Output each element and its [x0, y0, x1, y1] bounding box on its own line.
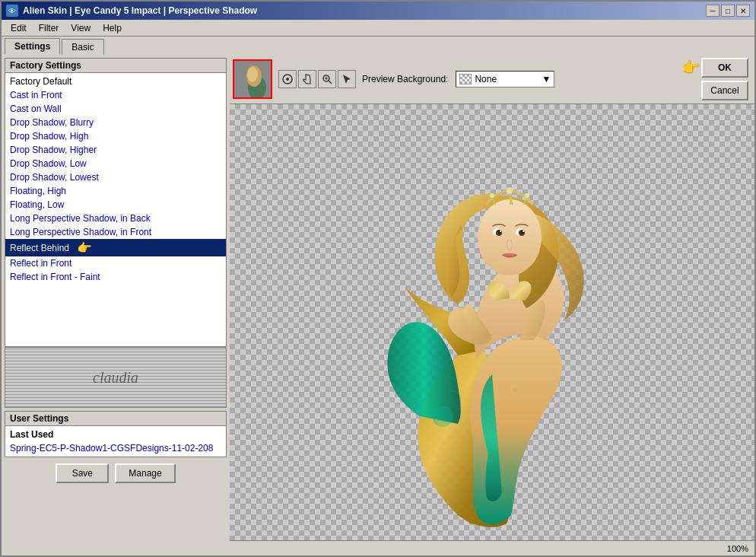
title-bar-buttons: ─ □ ✕: [706, 5, 750, 17]
maximize-button[interactable]: □: [721, 5, 735, 17]
factory-settings-section: Factory Settings Factory Default Cast in…: [5, 58, 227, 347]
title-bar: 👁 Alien Skin | Eye Candy 5 Impact | Pers…: [2, 2, 754, 20]
dropdown-arrow-icon: ▼: [542, 74, 551, 84]
tabs-bar: Settings Basic: [2, 37, 754, 55]
window-title: Alien Skin | Eye Candy 5 Impact | Perspe…: [23, 5, 257, 16]
select-tool-button[interactable]: [338, 70, 356, 88]
save-button[interactable]: Save: [56, 463, 109, 483]
canvas-area[interactable]: [230, 104, 754, 540]
list-item-drop-shadow-blurry[interactable]: Drop Shadow, Blurry: [5, 116, 226, 129]
right-panel: Preview Background: None ▼ 👉OK Cancel: [230, 55, 754, 555]
tab-basic[interactable]: Basic: [62, 39, 103, 55]
user-settings-header: User Settings: [5, 412, 226, 426]
bg-selector: Preview Background: None ▼: [362, 71, 554, 88]
mermaid-artwork: [321, 119, 716, 540]
svg-point-26: [490, 193, 494, 198]
none-checker-icon: [459, 74, 472, 84]
preview-header: Preview Background: None ▼ 👉OK Cancel: [230, 55, 754, 104]
title-bar-left: 👁 Alien Skin | Eye Candy 5 Impact | Pers…: [6, 5, 257, 17]
svg-point-24: [523, 231, 524, 232]
svg-line-7: [329, 81, 332, 84]
reflect-behind-label: Reflect Behind: [10, 243, 69, 253]
list-item-drop-shadow-high[interactable]: Drop Shadow, High: [5, 129, 226, 143]
list-item-long-perspective-front[interactable]: Long Perspective Shadow, in Front: [5, 225, 226, 239]
svg-point-23: [500, 231, 501, 232]
preview-bg-value: None: [475, 74, 497, 84]
ok-button[interactable]: 👉OK: [701, 58, 748, 78]
manage-button[interactable]: Manage: [115, 463, 175, 483]
last-used-value: Spring-EC5-P-Shadow1-CGSFDesigns-11-02-2…: [10, 443, 221, 454]
list-item-reflect-in-front-faint[interactable]: Reflect in Front - Faint: [5, 270, 226, 284]
menu-edit[interactable]: Edit: [5, 21, 33, 35]
svg-point-3: [247, 67, 258, 82]
svg-point-27: [525, 193, 529, 198]
user-settings-content: Last Used Spring-EC5-P-Shadow1-CGSFDesig…: [5, 426, 226, 457]
list-item-long-perspective-back[interactable]: Long Perspective Shadow, in Back: [5, 212, 226, 225]
menu-filter[interactable]: Filter: [33, 21, 65, 35]
list-item-drop-shadow-higher[interactable]: Drop Shadow, Higher: [5, 143, 226, 157]
preview-bg-dropdown[interactable]: None ▼: [456, 71, 554, 88]
preview-thumbnail: [233, 59, 272, 99]
thumbnail-svg: [234, 61, 272, 99]
list-item-reflect-in-front[interactable]: Reflect in Front: [5, 256, 226, 270]
close-button[interactable]: ✕: [736, 5, 750, 17]
svg-point-16: [478, 199, 542, 275]
list-item-floating-low[interactable]: Floating, Low: [5, 198, 226, 212]
svg-point-5: [286, 78, 289, 81]
zoom-level: 100%: [727, 544, 748, 553]
cancel-button[interactable]: Cancel: [701, 81, 748, 100]
select-icon: [341, 73, 353, 85]
watermark-text: claudia: [93, 369, 138, 387]
move-icon: [281, 73, 294, 85]
move-tool-button[interactable]: [278, 70, 297, 88]
list-item-drop-shadow-lowest[interactable]: Drop Shadow, Lowest: [5, 170, 226, 184]
hand-tool-button[interactable]: [298, 70, 316, 88]
menu-help[interactable]: Help: [97, 21, 128, 35]
app-icon: 👁: [6, 5, 18, 17]
list-item-floating-high[interactable]: Floating, High: [5, 184, 226, 198]
last-used-label: Last Used: [10, 429, 221, 440]
factory-settings-header: Factory Settings: [5, 59, 226, 73]
minimize-button[interactable]: ─: [706, 5, 719, 17]
main-window: 👁 Alien Skin | Eye Candy 5 Impact | Pers…: [0, 0, 756, 557]
menu-view[interactable]: View: [65, 21, 97, 35]
watermark-lines: claudia: [5, 348, 226, 407]
list-item-cast-on-wall[interactable]: Cast on Wall: [5, 102, 226, 116]
factory-settings-list[interactable]: Factory Default Cast in Front Cast on Wa…: [5, 73, 226, 346]
list-item-factory-default[interactable]: Factory Default: [5, 75, 226, 88]
hand-cursor-icon: 👉: [77, 240, 92, 255]
preview-bg-label: Preview Background:: [362, 74, 448, 84]
user-settings-section: User Settings Last Used Spring-EC5-P-Sha…: [5, 411, 227, 457]
watermark-preview: claudia: [5, 347, 227, 408]
zoom-tool-button[interactable]: [318, 70, 336, 88]
svg-point-28: [513, 387, 517, 392]
status-bar: 100%: [230, 540, 754, 555]
list-item-reflect-behind[interactable]: Reflect Behind👉: [5, 239, 226, 256]
main-content: Factory Settings Factory Default Cast in…: [2, 55, 754, 555]
left-panel: Factory Settings Factory Default Cast in…: [2, 55, 230, 555]
menu-bar: Edit Filter View Help: [2, 20, 754, 37]
ok-cancel-buttons: 👉OK Cancel: [701, 58, 748, 100]
ok-hand-cursor-icon: 👉: [681, 58, 700, 76]
icon-tools: [278, 70, 356, 88]
list-item-drop-shadow-low[interactable]: Drop Shadow, Low: [5, 157, 226, 170]
ok-label: OK: [718, 62, 732, 73]
hand-icon: [301, 73, 313, 85]
tab-settings[interactable]: Settings: [5, 38, 60, 55]
list-item-cast-in-front[interactable]: Cast in Front: [5, 88, 226, 102]
zoom-icon: [321, 73, 333, 85]
bottom-buttons: Save Manage: [5, 460, 227, 486]
svg-point-25: [507, 187, 513, 193]
